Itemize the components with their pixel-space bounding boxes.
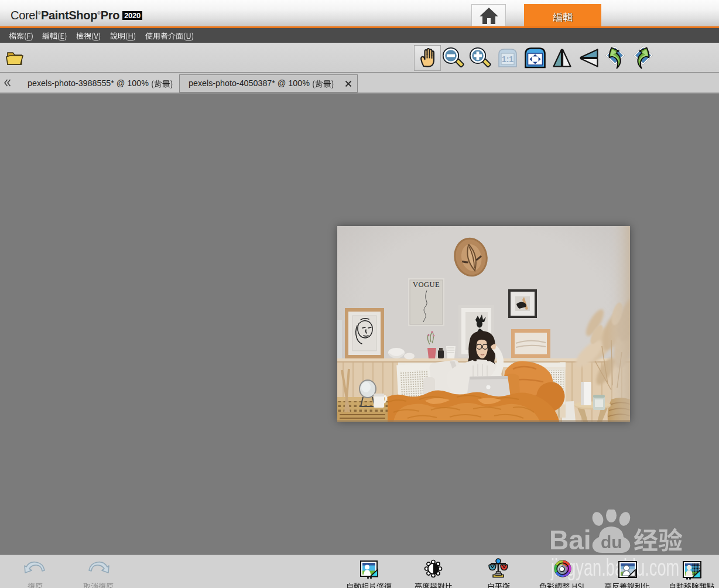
svg-text:1:1: 1:1 <box>502 54 513 64</box>
svg-text:Bai: Bai <box>549 525 591 555</box>
svg-text:VOGUE: VOGUE <box>413 281 440 289</box>
svg-text:du: du <box>601 532 622 552</box>
